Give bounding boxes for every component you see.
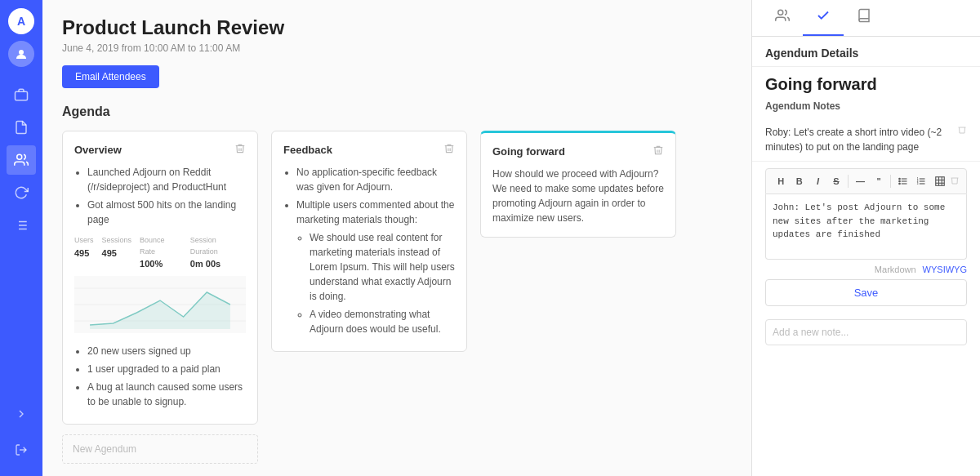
overview-card-header: Overview xyxy=(74,143,246,157)
note-item: Roby: Let's create a short intro video (… xyxy=(752,118,980,162)
svg-text:3: 3 xyxy=(917,182,919,185)
users-icon[interactable] xyxy=(7,145,36,175)
svg-point-19 xyxy=(898,178,900,180)
feedback-card-title: Feedback xyxy=(283,144,332,156)
agenda-section-title: Agenda xyxy=(62,105,732,119)
app-logo[interactable]: A xyxy=(8,8,34,34)
toolbar-ul-button[interactable] xyxy=(894,172,911,190)
tab-attendees[interactable] xyxy=(762,0,803,36)
note-text: Roby: Let's create a short intro video (… xyxy=(765,125,952,154)
going-forward-delete-button[interactable] xyxy=(653,145,664,158)
going-forward-card-body: How should we proceed with Adjourn? We n… xyxy=(492,167,664,225)
tab-book[interactable] xyxy=(844,0,884,36)
feedback-card-header: Feedback xyxy=(283,143,455,157)
page-subtitle: June 4, 2019 from 10:00 AM to 11:00 AM xyxy=(62,42,732,54)
toolbar-quote-button[interactable]: " xyxy=(871,172,888,190)
toolbar-strikethrough-button[interactable]: S xyxy=(828,172,845,190)
tab-check[interactable] xyxy=(803,0,844,36)
toolbar-ol-button[interactable]: 123 xyxy=(913,172,930,190)
file-icon[interactable] xyxy=(7,113,36,142)
svg-rect-28 xyxy=(935,177,944,186)
page-title: Product Launch Review xyxy=(62,16,732,39)
right-panel: Agendum Details Going forward Agendum No… xyxy=(751,0,980,476)
agenda-row: Overview Launched Adjourn on Reddit (/r/… xyxy=(62,131,732,464)
note-delete-button[interactable] xyxy=(957,125,967,137)
user-avatar[interactable] xyxy=(8,41,34,67)
overview-card-body: Launched Adjourn on Reddit (/r/sideproje… xyxy=(74,165,246,409)
main-content: Product Launch Review June 4, 2019 from … xyxy=(42,0,751,476)
feedback-card: Feedback No application-specific feedbac… xyxy=(271,131,467,352)
panel-section-title: Agendum Details xyxy=(752,37,980,67)
logout-icon[interactable] xyxy=(7,435,36,465)
going-forward-card-title: Going forward xyxy=(492,145,565,158)
editor-delete-button[interactable] xyxy=(950,176,960,188)
analytics-chart xyxy=(74,276,246,333)
sidebar: A xyxy=(0,0,42,476)
svg-point-2 xyxy=(17,154,22,159)
note-editor[interactable]: John: Let's post Adjourn to some new sit… xyxy=(765,194,967,260)
markdown-mode-label[interactable]: Markdown xyxy=(875,265,916,274)
agendum-detail-title: Going forward xyxy=(752,67,980,100)
add-note-input[interactable] xyxy=(765,319,967,345)
feedback-delete-button[interactable] xyxy=(443,143,455,157)
briefcase-icon[interactable] xyxy=(7,80,36,109)
refresh-icon[interactable] xyxy=(7,178,36,207)
wysiwyg-mode-label[interactable]: WYSIWYG xyxy=(923,265,967,274)
svg-point-20 xyxy=(898,180,900,182)
going-forward-card-header: Going forward xyxy=(492,145,664,158)
feedback-card-body: No application-specific feedback was giv… xyxy=(283,165,455,336)
new-agendum-input[interactable]: New Agendum xyxy=(62,434,258,464)
rich-toolbar: H B I S — " 123 xyxy=(765,168,967,194)
save-button[interactable]: Save xyxy=(765,279,967,306)
panel-tabs xyxy=(752,0,980,37)
list-icon[interactable] xyxy=(7,211,36,240)
overview-card-title: Overview xyxy=(74,144,122,156)
email-attendees-button[interactable]: Email Attendees xyxy=(62,65,159,88)
expand-icon[interactable] xyxy=(7,399,36,429)
toolbar-italic-button[interactable]: I xyxy=(809,172,826,190)
toolbar-heading-button[interactable]: H xyxy=(773,172,790,190)
mini-stats: Users495 Sessions495 Bounce Rate100% Ses… xyxy=(74,235,246,271)
toolbar-bold-button[interactable]: B xyxy=(791,172,808,190)
svg-rect-1 xyxy=(16,91,28,100)
toolbar-hr-button[interactable]: — xyxy=(852,172,869,190)
editor-footer: Markdown WYSIWYG xyxy=(752,260,980,279)
going-forward-card: Going forward How should we proceed with… xyxy=(480,131,676,238)
toolbar-table-button[interactable] xyxy=(931,172,948,190)
overview-delete-button[interactable] xyxy=(234,143,246,157)
svg-point-15 xyxy=(778,10,783,15)
agendum-notes-label: Agendum Notes xyxy=(752,100,980,118)
svg-point-0 xyxy=(19,50,24,55)
toolbar-separator-2 xyxy=(890,175,891,188)
svg-point-21 xyxy=(898,183,900,185)
overview-card: Overview Launched Adjourn on Reddit (/r/… xyxy=(62,131,258,425)
toolbar-separator xyxy=(848,175,849,188)
